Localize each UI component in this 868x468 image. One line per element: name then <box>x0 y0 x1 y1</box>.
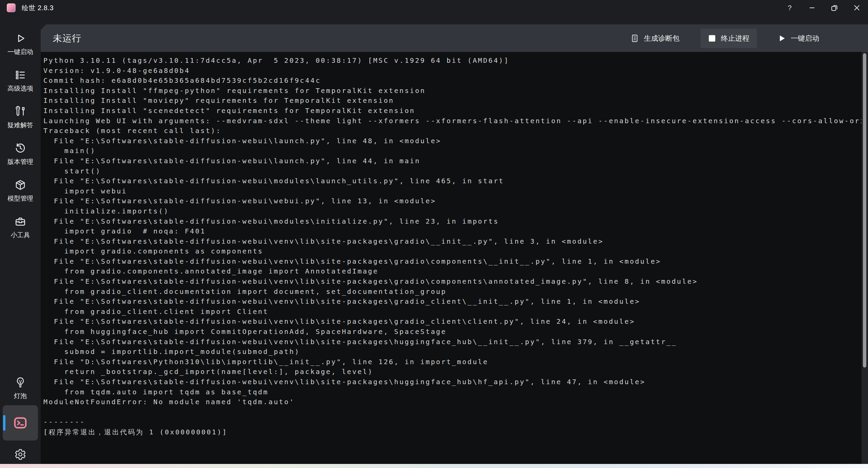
help-button[interactable]: ? <box>778 0 801 16</box>
console-line: import webui <box>43 186 860 196</box>
sidebar-item-one-click-launch[interactable]: 一键启动 <box>0 26 41 62</box>
console-line: main() <box>43 146 860 156</box>
console-line: File "E:\Softwares\stable-diffusion-webu… <box>43 136 860 146</box>
console-line: File "E:\Softwares\stable-diffusion-webu… <box>43 217 860 227</box>
console-line: return _bootstrap._gcd_import(name[level… <box>43 367 860 377</box>
bottom-progress-strip <box>0 464 868 468</box>
sidebar-item-label: 版本管理 <box>7 157 33 166</box>
app-logo-icon <box>7 3 16 12</box>
console-line: File "E:\Softwares\stable-diffusion-webu… <box>43 377 860 387</box>
active-indicator <box>3 415 5 431</box>
console-line: ModuleNotFoundError: No module named 'tq… <box>43 397 860 407</box>
run-status: 未运行 <box>53 32 81 44</box>
minimize-icon <box>807 2 817 13</box>
console-output[interactable]: Python 3.10.11 (tags/v3.10.11:7d4cc5a, A… <box>41 52 868 464</box>
terminal-icon <box>13 415 28 430</box>
console-line: File "E:\Softwares\stable-diffusion-webu… <box>43 257 860 267</box>
console-line: start() <box>43 166 860 176</box>
question-mark-icon: ? <box>788 4 791 12</box>
sidebar-item-console-selected[interactable] <box>3 405 38 441</box>
scrollbar-track[interactable] <box>862 52 868 464</box>
console-line: -------- <box>43 417 860 427</box>
play-filled-icon <box>778 34 786 42</box>
sidebar-item-label: 小工具 <box>11 231 30 240</box>
sidebar-item-advanced-options[interactable]: 高级选项 <box>0 62 41 99</box>
lightbulb-icon <box>14 376 26 389</box>
console-line: File "D:\Softwares\Python310\lib\importl… <box>43 357 860 367</box>
sidebar-item-version-management[interactable]: 版本管理 <box>0 136 41 172</box>
console-line: from tqdm.auto import tqdm as base_tqdm <box>43 387 860 397</box>
console-line: from gradio.components.annotated_image i… <box>43 266 860 277</box>
console-line: from gradio_client.documentation import … <box>43 287 860 297</box>
sidebar-item-model-management[interactable]: 模型管理 <box>0 172 41 209</box>
scrollbar-thumb[interactable] <box>863 53 866 368</box>
play-outline-icon <box>14 32 26 44</box>
sidebar-item-label: 模型管理 <box>7 194 33 203</box>
app-title: 绘世 2.8.3 <box>22 3 54 13</box>
button-label: 终止进程 <box>721 34 749 43</box>
one-click-launch-button[interactable]: 一键启动 <box>770 29 827 48</box>
list-options-icon <box>14 69 26 81</box>
sidebar-item-label: 疑难解答 <box>7 121 33 130</box>
tools-icon <box>14 106 26 118</box>
console-line: Installing Install "moviepy" requirement… <box>43 96 860 106</box>
console-line: File "E:\Softwares\stable-diffusion-webu… <box>43 337 860 347</box>
console-line: File "E:\Softwares\stable-diffusion-webu… <box>43 156 860 166</box>
history-clock-icon <box>14 142 26 154</box>
console-line: File "E:\Softwares\stable-diffusion-webu… <box>43 237 860 247</box>
diagnostic-doc-icon <box>630 34 639 43</box>
sidebar-item-lightbulb[interactable]: 灯泡 <box>0 370 41 407</box>
sidebar-item-troubleshooting[interactable]: 疑难解答 <box>0 99 41 136</box>
header-buttons: 生成诊断包 终止进程 一键启动 <box>623 29 827 48</box>
console-line: from gradio_client.client import Client <box>43 307 860 317</box>
console-line: File "E:\Softwares\stable-diffusion-webu… <box>43 277 860 287</box>
toolbox-icon <box>14 216 26 228</box>
minimize-button[interactable] <box>801 0 823 16</box>
console-line: [程序异常退出，退出代码为 1 (0x00000001)] <box>43 427 860 437</box>
console-line: import gradio.components as components <box>43 246 860 257</box>
restore-icon <box>829 2 840 13</box>
console-line: File "E:\Softwares\stable-diffusion-webu… <box>43 297 860 307</box>
sidebar-main-group: 一键启动 高级选项 疑难解答 <box>0 26 41 246</box>
console-line: Python 3.10.11 (tags/v3.10.11:7d4cc5a, A… <box>43 56 860 66</box>
status-header: 未运行 生成诊断包 终止进程 <box>41 24 868 52</box>
console-line: Version: v1.9.0-48-ge6a8d0b4 <box>43 66 860 76</box>
console-line: from huggingface_hub import CommitOperat… <box>43 327 860 337</box>
console-line: submod = importlib.import_module(submod_… <box>43 347 860 357</box>
close-button[interactable] <box>846 0 868 16</box>
console-line: import gradio # noqa: F401 <box>43 226 860 237</box>
sidebar-item-small-tools[interactable]: 小工具 <box>0 209 41 246</box>
package-box-icon <box>14 179 26 191</box>
sidebar-item-label: 灯泡 <box>14 392 27 400</box>
app-window: 绘世 2.8.3 ? <box>0 0 868 468</box>
console-line: File "E:\Softwares\stable-diffusion-webu… <box>43 317 860 327</box>
stop-square-icon <box>708 34 716 42</box>
sidebar-item-label: 一键启动 <box>7 48 33 56</box>
console-line: File "E:\Softwares\stable-diffusion-webu… <box>43 196 860 206</box>
console-line: Commit hash: e6a8d0b4e65b365a684bd7539cf… <box>43 76 860 86</box>
title-bar: 绘世 2.8.3 ? <box>0 0 868 16</box>
console-line: Installing Install "scenedetect" require… <box>43 106 860 116</box>
button-label: 生成诊断包 <box>644 34 679 43</box>
console-line <box>43 407 860 417</box>
console-line: initialize.imports() <box>43 206 860 217</box>
console-line: Installing Install "ffmpeg-python" requi… <box>43 86 860 96</box>
close-icon <box>851 2 862 13</box>
gear-icon <box>14 448 26 461</box>
sidebar: 一键启动 高级选项 疑难解答 <box>0 16 41 464</box>
terminate-process-button[interactable]: 终止进程 <box>701 29 757 48</box>
console-line: Launching Web UI with arguments: --medvr… <box>43 116 860 126</box>
sidebar-item-label: 高级选项 <box>7 84 33 93</box>
console-line: Traceback (most recent call last): <box>43 126 860 136</box>
generate-diagnostic-button[interactable]: 生成诊断包 <box>623 29 687 48</box>
restore-button[interactable] <box>823 0 846 16</box>
button-label: 一键启动 <box>791 34 819 43</box>
window-controls: ? <box>778 0 868 16</box>
console-line: File "E:\Softwares\stable-diffusion-webu… <box>43 176 860 186</box>
